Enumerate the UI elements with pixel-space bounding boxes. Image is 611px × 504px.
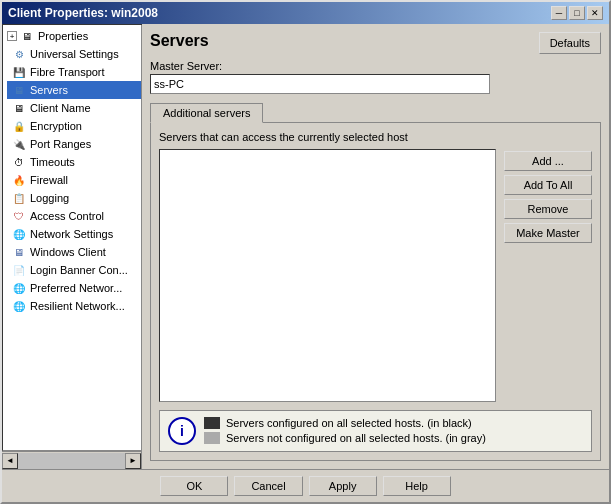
master-server-label: Master Server: <box>150 60 601 72</box>
info-row-black: Servers configured on all selected hosts… <box>204 417 486 429</box>
sidebar-item-port-ranges[interactable]: 🔌 Port Ranges <box>7 135 141 153</box>
apply-button[interactable]: Apply <box>309 476 377 496</box>
login-banner-icon: 📄 <box>11 262 27 278</box>
firewall-icon: 🔥 <box>11 172 27 188</box>
sidebar-item-access-control[interactable]: 🛡 Access Control <box>7 207 141 225</box>
servers-description: Servers that can access the currently se… <box>159 131 592 143</box>
bottom-bar: OK Cancel Apply Help <box>2 469 609 502</box>
tab-content-additional-servers: Servers that can access the currently se… <box>150 123 601 461</box>
sidebar-item-network-settings[interactable]: 🌐 Network Settings <box>7 225 141 243</box>
scroll-right-button[interactable]: ► <box>125 453 141 469</box>
master-server-input[interactable] <box>150 74 490 94</box>
timeouts-icon: ⏱ <box>11 154 27 170</box>
sidebar-container: + 🖥 Properties ⚙ Universal Settings 💾 Fi… <box>2 24 142 469</box>
restore-button[interactable]: □ <box>569 6 585 20</box>
scroll-track[interactable] <box>18 453 125 469</box>
help-button[interactable]: Help <box>383 476 451 496</box>
client-name-icon: 🖥 <box>11 100 27 116</box>
servers-body: Add ... Add To All Remove Make Master <box>159 149 592 402</box>
resilient-network-icon: 🌐 <box>11 298 27 314</box>
fibre-transport-icon: 💾 <box>11 64 27 80</box>
properties-icon: 🖥 <box>19 28 35 44</box>
info-icon: i <box>168 417 196 445</box>
windows-client-icon: 🖥 <box>11 244 27 260</box>
sidebar-item-logging[interactable]: 📋 Logging <box>7 189 141 207</box>
sidebar-scrollbar: ◄ ► <box>2 451 141 469</box>
servers-buttons: Add ... Add To All Remove Make Master <box>504 149 592 402</box>
preferred-network-icon: 🌐 <box>11 280 27 296</box>
sidebar-group: ⚙ Universal Settings 💾 Fibre Transport 🖥… <box>3 45 141 315</box>
main-content: Servers Defaults Master Server: Addition… <box>142 24 609 469</box>
servers-list[interactable] <box>159 149 496 402</box>
cancel-button[interactable]: Cancel <box>234 476 302 496</box>
sidebar-item-properties[interactable]: + 🖥 Properties <box>3 27 141 45</box>
ok-button[interactable]: OK <box>160 476 228 496</box>
info-section: i Servers configured on all selected hos… <box>159 410 592 452</box>
expand-icon: + <box>7 31 17 41</box>
sidebar-item-universal-settings[interactable]: ⚙ Universal Settings <box>7 45 141 63</box>
sidebar-item-timeouts[interactable]: ⏱ Timeouts <box>7 153 141 171</box>
window-title: Client Properties: win2008 <box>8 6 158 20</box>
title-bar: Client Properties: win2008 ─ □ ✕ <box>2 2 609 24</box>
sidebar-tree: + 🖥 Properties ⚙ Universal Settings 💾 Fi… <box>2 24 142 451</box>
panel-header: Servers Defaults <box>150 32 601 54</box>
sidebar-item-login-banner[interactable]: 📄 Login Banner Con... <box>7 261 141 279</box>
sidebar-item-client-name[interactable]: 🖥 Client Name <box>7 99 141 117</box>
universal-settings-icon: ⚙ <box>11 46 27 62</box>
access-control-icon: 🛡 <box>11 208 27 224</box>
title-bar-controls: ─ □ ✕ <box>551 6 603 20</box>
minimize-button[interactable]: ─ <box>551 6 567 20</box>
network-settings-icon: 🌐 <box>11 226 27 242</box>
scroll-left-button[interactable]: ◄ <box>2 453 18 469</box>
window-content: + 🖥 Properties ⚙ Universal Settings 💾 Fi… <box>2 24 609 469</box>
master-server-section: Master Server: <box>150 60 601 94</box>
add-button[interactable]: Add ... <box>504 151 592 171</box>
sidebar-item-servers[interactable]: 🖥 Servers <box>7 81 141 99</box>
sidebar-item-preferred-network[interactable]: 🌐 Preferred Networ... <box>7 279 141 297</box>
add-to-all-button[interactable]: Add To All <box>504 175 592 195</box>
server-icon-black <box>204 417 220 429</box>
servers-icon: 🖥 <box>11 82 27 98</box>
info-row-gray: Servers not configured on all selected h… <box>204 432 486 444</box>
remove-button[interactable]: Remove <box>504 199 592 219</box>
info-text-area: Servers configured on all selected hosts… <box>204 417 486 444</box>
port-ranges-icon: 🔌 <box>11 136 27 152</box>
server-icon-gray <box>204 432 220 444</box>
defaults-button[interactable]: Defaults <box>539 32 601 54</box>
sidebar-item-windows-client[interactable]: 🖥 Windows Client <box>7 243 141 261</box>
encryption-icon: 🔒 <box>11 118 27 134</box>
tab-additional-servers[interactable]: Additional servers <box>150 103 263 123</box>
sidebar-item-encryption[interactable]: 🔒 Encryption <box>7 117 141 135</box>
sidebar-item-fibre-transport[interactable]: 💾 Fibre Transport <box>7 63 141 81</box>
panel-title: Servers <box>150 32 209 50</box>
sidebar-item-resilient-network[interactable]: 🌐 Resilient Network... <box>7 297 141 315</box>
tab-container: Additional servers Servers that can acce… <box>150 102 601 461</box>
close-button[interactable]: ✕ <box>587 6 603 20</box>
make-master-button[interactable]: Make Master <box>504 223 592 243</box>
tab-bar: Additional servers <box>150 102 601 123</box>
sidebar-item-firewall[interactable]: 🔥 Firewall <box>7 171 141 189</box>
logging-icon: 📋 <box>11 190 27 206</box>
main-window: Client Properties: win2008 ─ □ ✕ + 🖥 Pro… <box>0 0 611 504</box>
